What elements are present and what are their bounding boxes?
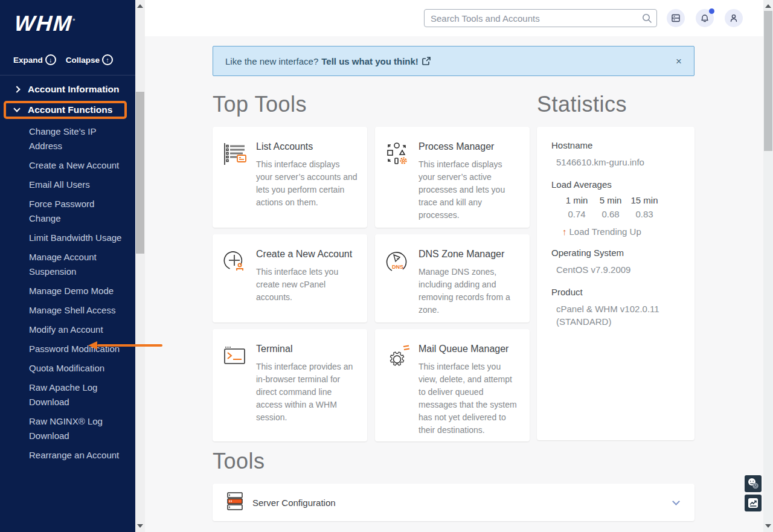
sidebar: WHM° Expand ↓ Collapse ↑ Account Informa… <box>0 0 135 532</box>
scroll-down-arrow[interactable] <box>137 524 143 528</box>
sidebar-section-account-functions[interactable]: Account Functions <box>4 101 127 119</box>
main-scrollbar[interactable] <box>763 0 773 532</box>
sidebar-scrollbar-thumb[interactable] <box>136 92 144 254</box>
expand-all-button[interactable]: Expand ↓ <box>13 54 56 65</box>
search-wrap <box>424 9 657 27</box>
load-value: 0.68 <box>594 209 627 219</box>
sidebar-nav: Account Information Account Functions Ch… <box>0 80 135 463</box>
card-title: List Accounts <box>256 141 358 152</box>
banner-close-button[interactable]: × <box>676 56 682 66</box>
search-icon[interactable] <box>641 13 652 26</box>
sidebar-item-raw-apache-log[interactable]: Raw Apache Log Download <box>0 380 135 409</box>
user-profile-button[interactable] <box>725 9 743 27</box>
card-create-new-account[interactable]: Create a New Account This interface lets… <box>213 234 367 322</box>
card-terminal[interactable]: Terminal This interface provides an in-b… <box>213 329 367 441</box>
statistics-column: Hostname 5146610.km-guru.info Load Avera… <box>537 127 694 441</box>
circle-down-arrow-icon: ↓ <box>45 54 56 65</box>
account-functions-list: Change Site’s IP Address Create a New Ac… <box>0 124 135 463</box>
notifications-button[interactable] <box>696 9 714 27</box>
scroll-up-arrow[interactable] <box>765 4 771 8</box>
banner-link[interactable]: Tell us what you think! <box>321 56 419 66</box>
hostname-label: Hostname <box>551 140 680 150</box>
sidebar-item-password-modification[interactable]: Password Modification <box>0 342 135 356</box>
sidebar-divider <box>0 75 135 75</box>
product-label: Product <box>551 287 680 297</box>
tools-title: Tools <box>213 449 773 474</box>
sidebar-item-manage-demo-mode[interactable]: Manage Demo Mode <box>0 284 135 298</box>
load-value: 0.74 <box>560 209 594 219</box>
expand-label: Expand <box>13 56 43 65</box>
feedback-faces-icon <box>746 477 760 490</box>
columns: List Accounts This interface displays yo… <box>213 127 773 441</box>
hostname-value: 5146610.km-guru.info <box>556 156 680 168</box>
load-col-header: 15 min <box>627 195 661 205</box>
sidebar-item-manage-shell-access[interactable]: Manage Shell Access <box>0 303 135 318</box>
circle-up-arrow-icon: ↑ <box>102 54 113 65</box>
chevron-down-icon <box>13 105 20 112</box>
terminal-icon <box>222 344 248 432</box>
os-value: CentOS v7.9.2009 <box>556 263 680 276</box>
section-headings: Top Tools Statistics <box>213 92 773 117</box>
accordion-server-configuration[interactable]: Server Configuration <box>213 484 694 521</box>
card-dns-zone-manager[interactable]: DNS DNS Zone Manager Manage DNS zones, i… <box>375 234 530 322</box>
load-trend: ↑Load Trending Up <box>562 226 680 237</box>
card-process-manager[interactable]: Process Manager This interface displays … <box>375 127 530 228</box>
sidebar-item-force-password-change[interactable]: Force Password Change <box>0 197 135 226</box>
sidebar-item-manage-suspension[interactable]: Manage Account Suspension <box>0 250 135 279</box>
trend-up-icon: ↑ <box>562 226 567 237</box>
collapse-all-button[interactable]: Collapse ↑ <box>66 54 113 65</box>
sidebar-item-modify-account[interactable]: Modify an Account <box>0 322 135 337</box>
card-title: Create a New Account <box>256 249 358 260</box>
sidebar-item-limit-bandwidth[interactable]: Limit Bandwidth Usage <box>0 231 135 245</box>
search-input[interactable] <box>424 9 657 27</box>
load-col-header: 1 min <box>560 195 594 205</box>
sidebar-item-change-sites-ip[interactable]: Change Site’s IP Address <box>0 124 135 153</box>
header-icons <box>667 9 743 27</box>
analytics-chart-icon <box>746 496 760 510</box>
dns-zone-icon: DNS <box>385 249 410 313</box>
floating-buttons <box>745 475 762 511</box>
card-description: This interface displays your server’s ac… <box>419 158 520 222</box>
external-link-icon[interactable] <box>422 57 431 65</box>
tools-section: Tools Server Configuration <box>213 449 773 521</box>
card-title: DNS Zone Manager <box>419 249 520 260</box>
sidebar-item-quota-modification[interactable]: Quota Modification <box>0 361 135 376</box>
top-header <box>145 0 773 36</box>
whm-app: WHM° Expand ↓ Collapse ↑ Account Informa… <box>0 0 773 532</box>
card-description: This interface lets you create new cPane… <box>256 266 358 304</box>
scroll-up-arrow[interactable] <box>137 4 143 8</box>
accordion-label: Server Configuration <box>252 498 336 508</box>
card-mail-queue-manager[interactable]: Mail Queue Manager This interface lets y… <box>375 329 530 441</box>
sidebar-scrollbar[interactable] <box>135 0 145 532</box>
create-account-icon <box>222 249 248 313</box>
card-description: This interface lets you view, delete, an… <box>419 361 520 437</box>
sidebar-item-email-all-users[interactable]: Email All Users <box>0 178 135 192</box>
section-label: Account Functions <box>28 104 112 115</box>
product-value: cPanel & WHM v102.0.11 (STANDARD) <box>556 303 680 328</box>
sidebar-item-create-new-account[interactable]: Create a New Account <box>0 158 135 173</box>
sidebar-item-raw-nginx-log[interactable]: Raw NGINX® Log Download <box>0 414 135 443</box>
card-title: Terminal <box>256 344 358 354</box>
sidebar-item-rearrange-account[interactable]: Rearrange an Account <box>0 448 135 463</box>
analytics-button[interactable] <box>745 495 762 511</box>
card-title: Process Manager <box>419 141 520 152</box>
main-scrollbar-thumb[interactable] <box>764 11 772 151</box>
feedback-banner: Like the new interface? Tell us what you… <box>213 46 694 76</box>
banner-text: Like the new interface? <box>225 56 318 66</box>
card-description: This interface provides an in-browser te… <box>256 361 358 424</box>
server-info-button[interactable] <box>667 9 685 27</box>
whm-logo: WHM° <box>14 11 77 36</box>
sidebar-section-account-information[interactable]: Account Information <box>4 80 127 98</box>
collapse-label: Collapse <box>66 56 100 65</box>
top-tools-grid: List Accounts This interface displays yo… <box>213 127 530 441</box>
top-tools-title: Top Tools <box>213 92 537 117</box>
notification-dot <box>709 8 714 14</box>
chevron-right-icon <box>13 86 20 92</box>
feedback-button[interactable] <box>745 475 762 492</box>
os-label: Operating System <box>551 248 680 258</box>
scroll-down-arrow[interactable] <box>765 524 771 528</box>
process-manager-icon <box>385 141 410 218</box>
card-list-accounts[interactable]: List Accounts This interface displays yo… <box>213 127 367 228</box>
user-icon <box>729 13 739 23</box>
statistics-card: Hostname 5146610.km-guru.info Load Avera… <box>537 127 694 440</box>
